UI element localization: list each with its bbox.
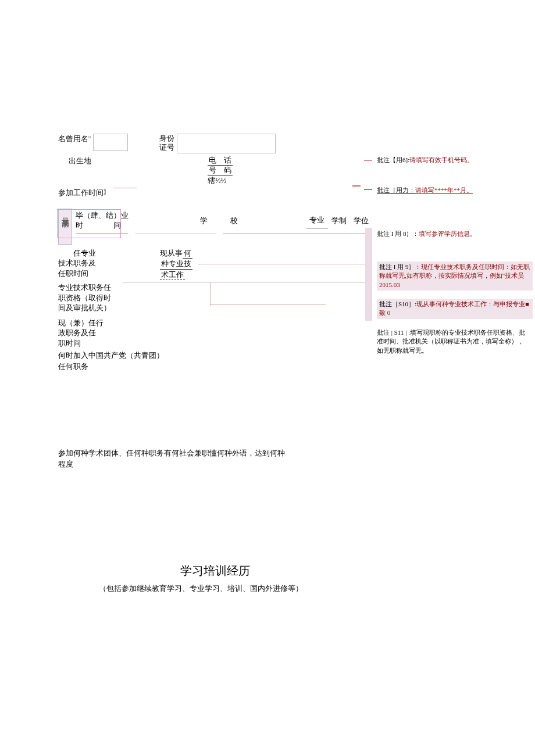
connector-mark-phone [364, 160, 372, 161]
annotation-11-tag: 批注 | S11 | : [377, 329, 410, 336]
annotation-7-text: 请填写****年**月。 [415, 187, 473, 194]
annotation-6-text: 请填写有效手机号码。 [409, 156, 473, 163]
row-position-work: 任专业 技术职务及 任职时间 现从事何 种专业技 术工作 [58, 248, 372, 281]
annotation-9: 批注 I 用 9］：现任专业技术职务及任职时间：如无职称就写无,如有职称，按实际… [377, 261, 533, 291]
label-workstart: 参加工作时间 [58, 188, 104, 198]
col-degree: 学位 [350, 213, 372, 228]
annotation-6: 批注【用6]:请填写有效手机号码。 [377, 156, 528, 164]
label-position-right2: 何 [183, 248, 192, 259]
mark-workstart: 〗 [104, 188, 110, 196]
row-qualification: 专业技术职务任 职资格（取得时 间及审批机关） [58, 282, 372, 313]
annotation-10: 批注［S10］:现从事何种专业技术工作：与申报专业■致 0 [377, 299, 533, 319]
col-system: 学制 [328, 213, 350, 228]
pink-frame-edu [57, 209, 121, 238]
section-subtitle: （包括参加继续教育学习、专业学习、培训、国内外进修等） [58, 583, 372, 594]
label-position-right-block: 现从事何 种专业技 术工作 [160, 248, 192, 281]
field-workstart[interactable] [113, 188, 137, 188]
annotation-7: 批注［用力：请填写****年**月。 [377, 186, 528, 195]
row-birthplace-phone: 出生地 电 话 号 码 辖½½ [58, 156, 372, 185]
annotation-8: 批注 I 用 8）：填写参评学历信息。 [377, 230, 528, 238]
field-former-name[interactable] [93, 134, 128, 151]
connector-to-a9 [198, 264, 372, 264]
annotation-6-tag: 批注【用6]: [377, 156, 409, 163]
annotation-7-tag: 批注［用力： [377, 187, 415, 194]
label-phone-line2: 号 码 [208, 166, 233, 175]
label-position-left: 任专业 技术职务及 任职时间 [58, 248, 96, 279]
edu-underline-2[interactable] [135, 233, 216, 234]
qual-line-top[interactable] [123, 282, 372, 283]
label-admin: 现（兼）任行 政职务及任 职时间 [58, 318, 104, 349]
label-birthplace: 出生地 [69, 156, 91, 166]
qual-line-mid[interactable] [210, 304, 326, 305]
form-area: 名曾用名 ⸋ 身份 证号 出生地 电 话 号 码 辖½½ 参加工作时间 〗 [58, 134, 372, 594]
row-party: 何时加入中国共产党（共青团） 任何职务 [58, 350, 372, 371]
label-phone-line3: 辖½½ [208, 176, 227, 185]
row-admin: 现（兼）任行 政职务及任 职时间 [58, 318, 372, 349]
annotation-bg-strip [365, 228, 372, 321]
col-school: 学 校 [132, 213, 306, 228]
annotation-8-text: 填写参评学历信息。 [419, 230, 476, 237]
label-qualification: 专业技术职务任 职资格（取得时 间及审批机关） [58, 282, 111, 313]
label-position-right3: 种专业技 [160, 259, 192, 270]
connector-mark-workstart [352, 185, 361, 187]
label-academic: 参加何种学术团体、任何种职务有何社会兼职懂何种外语，达到何种 程度 [58, 447, 285, 470]
annotation-9-tag: 批注 I 用 9］： [379, 263, 421, 270]
label-position-right1: 现从事 [160, 249, 183, 257]
annotation-11: 批注 | S11 | :填写现职称的专业技术职务任职资格、批准时间、批准机关（以… [377, 328, 528, 355]
annotation-8-tag: 批注 I 用 8）： [377, 230, 419, 237]
edu-underline-3[interactable] [223, 233, 369, 234]
mark-former-name: ⸋ [88, 135, 91, 143]
label-party: 何时加入中国共产党（共青团） 任何职务 [58, 350, 164, 371]
field-id-number[interactable] [177, 134, 276, 153]
row-workstart: 参加工作时间 〗 [58, 188, 372, 206]
qual-vline [210, 282, 211, 306]
row-name-id: 名曾用名 ⸋ 身份 证号 [58, 134, 372, 153]
label-former-name: 名曾用名 [58, 134, 88, 144]
section-title: 学习培训经历 [58, 563, 372, 579]
connector-mark-workstart2 [364, 189, 372, 190]
label-id-number: 身份 证号 [159, 134, 174, 152]
annotation-10-tag: 批注［S10］: [379, 300, 416, 307]
col-major: 专业 [306, 213, 328, 228]
label-phone-line1: 电 话 [208, 156, 233, 166]
row-academic: 参加何种学术团体、任何种职务有何社会兼职懂何种外语，达到何种 程度 [58, 447, 372, 470]
label-phone-block: 电 话 号 码 辖½½ [208, 156, 233, 185]
label-position-right4: 术工作 [160, 270, 185, 281]
